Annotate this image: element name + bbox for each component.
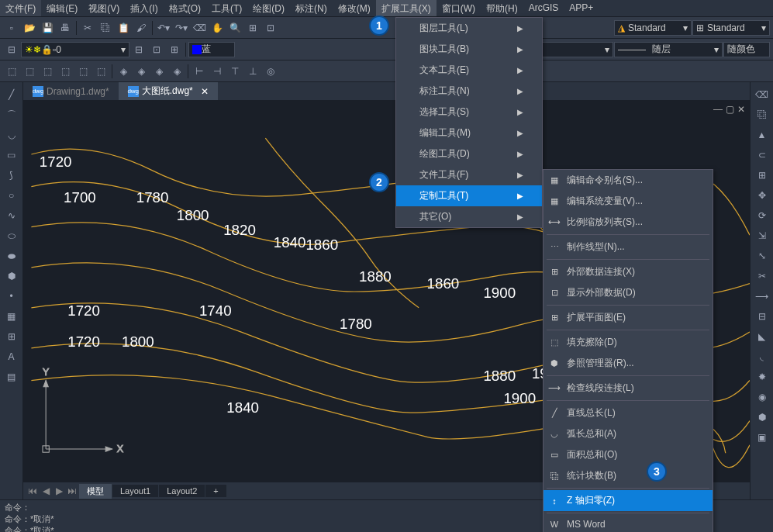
standard-combo-1[interactable]: ◮Standard▾ [614,20,692,36]
menu-item[interactable]: 图层工具(L)▶ [396,18,542,39]
copy2-icon[interactable]: ⿻ [753,105,771,124]
submenu-item[interactable]: ▦编辑系统变量(V)... [544,191,713,212]
block-icon[interactable]: ⬢ [2,267,21,285]
stretch-icon[interactable]: ⤡ [753,247,771,265]
erase-icon[interactable]: ⌫ [753,85,771,104]
layer-combo[interactable]: ☀❄🔒▫ 0▾ [21,42,129,57]
submenu-item[interactable]: ⊞扩展平面图(E) [544,307,713,328]
layout-tab[interactable]: Layout2 [159,485,205,497]
offset-icon[interactable]: ⊂ [753,146,771,164]
menu-9[interactable]: 扩展工具(X) [376,0,437,16]
dim-icon[interactable]: ⊢ [191,63,208,80]
dim-icon[interactable]: ⊣ [209,63,226,80]
print-icon[interactable]: 🖶 [57,19,74,36]
iso-icon[interactable]: ◈ [150,63,167,80]
submenu-item[interactable]: ╱直线总长(L) [544,402,713,423]
menu-1[interactable]: 编辑(E) [41,0,83,16]
submenu-item[interactable]: ▦编辑命令别名(S)... [544,170,713,191]
drawing-tab[interactable]: dwg大图纸.dwg*✕ [119,82,218,100]
menu-item[interactable]: 选择工具(S)▶ [396,102,542,123]
tab-last-icon[interactable]: ⏭ [66,485,78,496]
redo-icon[interactable]: ↷▾ [173,19,190,36]
color-combo[interactable]: 蓝 [188,42,235,57]
extend-icon[interactable]: ⟶ [753,287,771,306]
move-icon[interactable]: ✥ [753,186,771,205]
dim-icon[interactable]: ⊥ [244,63,261,80]
open-icon[interactable]: 📂 [21,19,38,36]
menu-item[interactable]: 标注工具(N)▶ [396,81,542,102]
circle-icon[interactable]: ○ [2,186,21,205]
eraser-icon[interactable]: ⌫ [191,19,208,36]
menu-3[interactable]: 插入(I) [125,0,163,16]
region-icon[interactable]: ⊞ [2,327,21,346]
tool-icon[interactable]: ⊟ [130,41,147,58]
point-icon[interactable]: • [2,287,21,306]
add-layout-button[interactable]: + [205,485,226,497]
iso-icon[interactable]: ◈ [133,63,150,80]
cut-icon[interactable]: ✂ [79,19,96,36]
zoom-icon[interactable]: 🔍 [226,19,243,36]
submenu-item[interactable]: ⟶检查线段连接(L) [544,378,713,399]
menu-7[interactable]: 标注(N) [290,0,333,16]
copy-icon[interactable]: ⿻ [97,19,114,36]
submenu-item[interactable]: ⊡显示外部数据(D) [544,282,713,303]
hatch-icon[interactable]: ▦ [2,307,21,326]
layer-icon[interactable]: ⊟ [3,41,20,58]
menu-13[interactable]: APP+ [564,0,599,16]
menu-item[interactable]: 文件工具(F)▶ [396,164,542,185]
menu-6[interactable]: 绘图(D) [247,0,290,16]
submenu-item[interactable]: ⬢参照管理器(R)... [544,353,713,374]
mirror-icon[interactable]: ▲ [753,126,771,144]
ellipse-icon[interactable]: ⬭ [2,226,21,245]
iso-icon[interactable]: ⬚ [21,63,38,80]
undo-icon[interactable]: ↶▾ [155,19,172,36]
save-icon[interactable]: 💾 [39,19,56,36]
menu-item[interactable]: 编辑工具(M)▶ [396,123,542,143]
tab-first-icon[interactable]: ⏮ [26,485,39,496]
menu-8[interactable]: 修改(M) [333,0,376,16]
spline-icon[interactable]: ∿ [2,206,21,225]
tool-icon[interactable]: ⊞ [244,19,261,36]
tab-prev-icon[interactable]: ◀ [40,485,52,496]
ellipse2-icon[interactable]: ⬬ [2,247,21,265]
menu-item[interactable]: 图块工具(B)▶ [396,39,542,60]
tool-icon[interactable]: ⬢ [753,408,771,427]
menu-11[interactable]: 帮助(H) [481,0,523,16]
linetype-combo[interactable]: ———随层▾ [614,42,723,57]
maximize-icon[interactable]: ▢ [726,104,734,115]
iso-icon[interactable]: ⬚ [57,63,74,80]
rotate-icon[interactable]: ⟳ [753,206,771,225]
tool-icon[interactable]: ◉ [753,388,771,406]
layout-tab[interactable]: 模型 [79,484,112,499]
linecolor-combo[interactable]: 随颜色 [723,42,770,57]
close-icon[interactable]: ✕ [737,104,745,115]
array-icon[interactable]: ⊞ [753,166,771,185]
scale-icon[interactable]: ⇲ [753,226,771,245]
fillet-icon[interactable]: ◟ [753,347,771,366]
submenu-item[interactable]: ↕Z 轴归零(Z) [544,490,713,511]
menu-item[interactable]: 定制工具(T)▶ [396,185,542,206]
new-icon[interactable]: ▫ [3,19,20,36]
chamfer-icon[interactable]: ◣ [753,327,771,346]
menu-10[interactable]: 窗口(W) [437,0,481,16]
menu-12[interactable]: ArcGIS [523,0,564,16]
explode-icon[interactable]: ✸ [753,368,771,386]
tool-icon[interactable]: ⊞ [166,41,183,58]
iso-icon[interactable]: ⬚ [3,63,20,80]
rect-icon[interactable]: ▭ [2,146,21,164]
text-icon[interactable]: A [2,347,21,366]
standard-combo-2[interactable]: ⊞Standard▾ [692,20,770,36]
submenu-item[interactable]: ⋯制作线型(N)... [544,237,713,257]
submenu-item[interactable]: ◡弧长总和(A) [544,423,713,444]
tool-icon[interactable]: ⊡ [262,19,279,36]
submenu-item[interactable]: ⊞外部数据连接(X) [544,261,713,282]
menu-2[interactable]: 视图(V) [83,0,125,16]
iso-icon[interactable]: ⬚ [74,63,91,80]
iso-icon[interactable]: ◈ [115,63,132,80]
arc-icon[interactable]: ◡ [2,126,21,144]
break-icon[interactable]: ⊟ [753,307,771,326]
drawing-tab[interactable]: dwgDrawing1.dwg* [23,82,119,100]
pan-icon[interactable]: ✋ [209,19,226,36]
menu-0[interactable]: 文件(F) [0,0,41,16]
submenu-item[interactable]: ⟷比例缩放列表(S)... [544,212,713,233]
